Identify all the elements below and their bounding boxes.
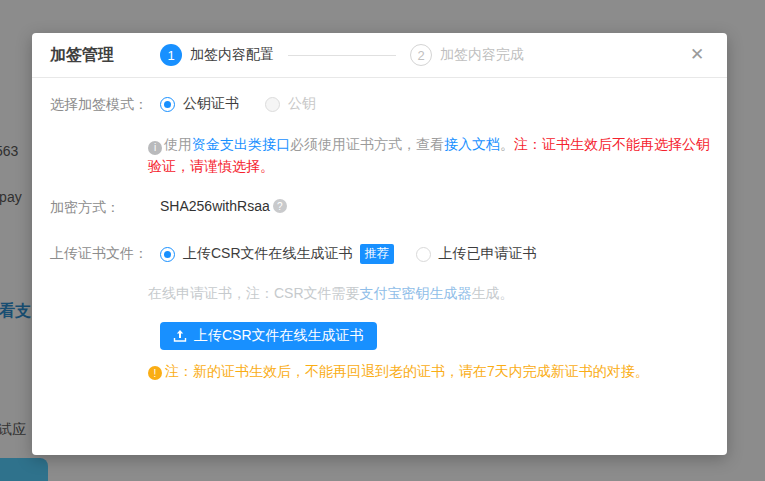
- modal-header: 加签管理 1 加签内容配置 2 加签内容完成 ✕: [32, 33, 727, 78]
- info-text-3: 。: [500, 136, 514, 152]
- modal-title: 加签管理: [50, 45, 114, 66]
- csr-note: 在线申请证书，注：CSR文件需要支付宝密钥生成器生成。: [148, 285, 514, 303]
- close-icon[interactable]: ✕: [687, 45, 707, 65]
- signature-management-modal: 加签管理 1 加签内容配置 2 加签内容完成 ✕ 选择加签模式： 公钥证书 公钥…: [32, 33, 727, 455]
- radio-public-key-label[interactable]: 公钥: [288, 95, 316, 113]
- radio-upload-existing-label[interactable]: 上传已申请证书: [439, 245, 537, 263]
- new-cert-warning-text: 注：新的证书生效后，不能再回退到老的证书，请在7天内完成新证书的对接。: [165, 363, 649, 381]
- steps-indicator: 1 加签内容配置 2 加签内容完成: [160, 44, 524, 66]
- step-1-label: 加签内容配置: [190, 46, 274, 64]
- fund-payout-api-link[interactable]: 资金支出类接口: [192, 136, 290, 152]
- info-text-1: 使用: [164, 136, 192, 152]
- info-text-2: 必须使用证书方式，查看: [290, 136, 444, 152]
- step-1-circle: 1: [160, 44, 182, 66]
- warning-icon: !: [148, 366, 162, 380]
- sign-mode-label: 选择加签模式：: [50, 96, 148, 114]
- upload-csr-button-label: 上传CSR文件在线生成证书: [194, 327, 364, 345]
- upload-icon: [173, 329, 187, 343]
- encrypt-method-label: 加密方式：: [50, 199, 120, 217]
- upload-csr-button[interactable]: 上传CSR文件在线生成证书: [160, 322, 377, 350]
- csr-note-text-2: 生成。: [472, 285, 514, 301]
- radio-upload-existing[interactable]: [416, 247, 431, 262]
- radio-upload-csr[interactable]: [160, 247, 175, 262]
- csr-note-text-1: 在线申请证书，注：CSR文件需要: [148, 285, 360, 301]
- screen: 563 ipay 查看支 测试应 加签管理 1 加签内容配置 2 加签内容完成 …: [0, 0, 765, 481]
- radio-public-key-cert-label[interactable]: 公钥证书: [183, 95, 239, 113]
- encrypt-method-value-row: SHA256withRsaa ?: [160, 198, 287, 214]
- encrypt-method-value: SHA256withRsaa: [160, 198, 270, 214]
- step-2-label: 加签内容完成: [440, 46, 524, 64]
- info-icon: i: [148, 141, 162, 155]
- key-generator-link[interactable]: 支付宝密钥生成器: [360, 285, 472, 301]
- help-icon[interactable]: ?: [273, 199, 287, 213]
- upload-cert-options: 上传CSR文件在线生成证书 推荐 上传已申请证书: [160, 244, 537, 264]
- new-cert-warning: ! 注：新的证书生效后，不能再回退到老的证书，请在7天内完成新证书的对接。: [148, 363, 649, 381]
- radio-public-key[interactable]: [265, 97, 280, 112]
- radio-upload-csr-label[interactable]: 上传CSR文件在线生成证书: [183, 245, 353, 263]
- recommended-badge: 推荐: [360, 244, 394, 264]
- sign-mode-options: 公钥证书 公钥: [160, 95, 316, 113]
- step-2-circle: 2: [410, 44, 432, 66]
- step-connector-line: [288, 55, 396, 56]
- integration-doc-link[interactable]: 接入文档: [444, 136, 500, 152]
- cert-mode-info: i使用资金支出类接口必须使用证书方式，查看接入文档。注：证书生效后不能再选择公钥…: [148, 133, 720, 177]
- upload-cert-label: 上传证书文件：: [50, 245, 148, 263]
- radio-public-key-cert[interactable]: [160, 97, 175, 112]
